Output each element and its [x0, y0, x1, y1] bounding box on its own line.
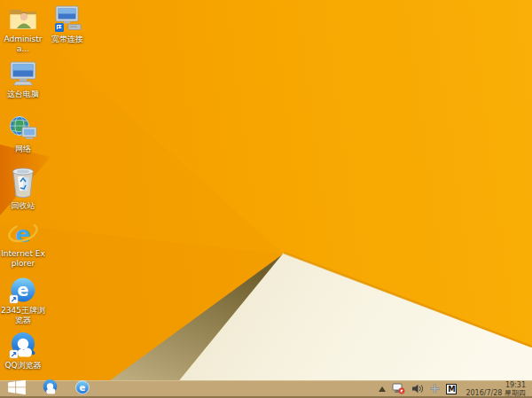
desktop-icon-recycle-bin[interactable]: 回收站 [0, 165, 46, 211]
desktop-icon-this-pc[interactable]: 这台电脑 [0, 60, 46, 99]
network-globe-icon [7, 115, 39, 144]
windows-logo-icon [8, 379, 26, 398]
svg-text:e: e [18, 280, 29, 300]
show-hidden-icons-button[interactable] [379, 386, 386, 392]
user-folder-icon [7, 5, 39, 34]
icon-label: 网络 [15, 144, 31, 154]
icon-label: QQ浏览器 [4, 361, 41, 371]
volume-icon[interactable] [411, 384, 424, 394]
icon-label: Administra... [0, 35, 46, 54]
computer-icon [7, 60, 39, 89]
broadband-connection-icon [51, 5, 83, 34]
2345-browser-icon: e [74, 379, 90, 398]
taskbar: e [0, 380, 532, 398]
desktop-icon-2345-browser[interactable]: e 2345王牌浏览器 [0, 277, 46, 325]
taskbar-qq-browser-button[interactable] [34, 381, 66, 396]
windows-desktop: Administra... 宽带连接 [0, 0, 532, 398]
internet-explorer-icon: e [7, 220, 39, 248]
ime-mode-indicator[interactable]: M [446, 384, 457, 394]
network-status-icon[interactable] [392, 383, 405, 394]
svg-text:e: e [15, 221, 30, 247]
clock-time: 19:31 [466, 381, 526, 389]
chevron-up-icon [379, 386, 386, 392]
input-indicator-icon[interactable] [430, 384, 440, 394]
desktop-icon-administrator[interactable]: Administra... [0, 5, 46, 54]
icon-label: Internet Explorer [0, 249, 46, 269]
system-tray: M 19:31 2016/7/28 星期四 [379, 381, 532, 396]
taskbar-left-group: e [0, 381, 98, 396]
desktop-icon-internet-explorer[interactable]: e Internet Explorer [0, 220, 46, 269]
icon-label: 2345王牌浏览器 [0, 306, 46, 325]
icon-label: 宽带连接 [51, 35, 83, 44]
icon-label: 这台电脑 [7, 90, 39, 99]
desktop-icon-qq-browser[interactable]: QQ浏览器 [0, 332, 46, 371]
desktop-icon-broadband[interactable]: 宽带连接 [44, 5, 90, 44]
taskbar-2345-browser-button[interactable]: e [66, 381, 98, 396]
2345-browser-icon: e [7, 277, 39, 305]
wallpaper [0, 0, 532, 398]
desktop-icon-network[interactable]: 网络 [0, 115, 46, 154]
qq-browser-icon [7, 332, 39, 360]
start-button[interactable] [0, 381, 34, 396]
recycle-bin-icon [7, 165, 39, 200]
icon-label: 回收站 [12, 201, 35, 211]
svg-text:e: e [80, 382, 86, 392]
qq-browser-icon [42, 378, 59, 398]
clock-date: 2016/7/28 星期四 [466, 389, 526, 397]
taskbar-clock[interactable]: 19:31 2016/7/28 星期四 [463, 381, 528, 397]
